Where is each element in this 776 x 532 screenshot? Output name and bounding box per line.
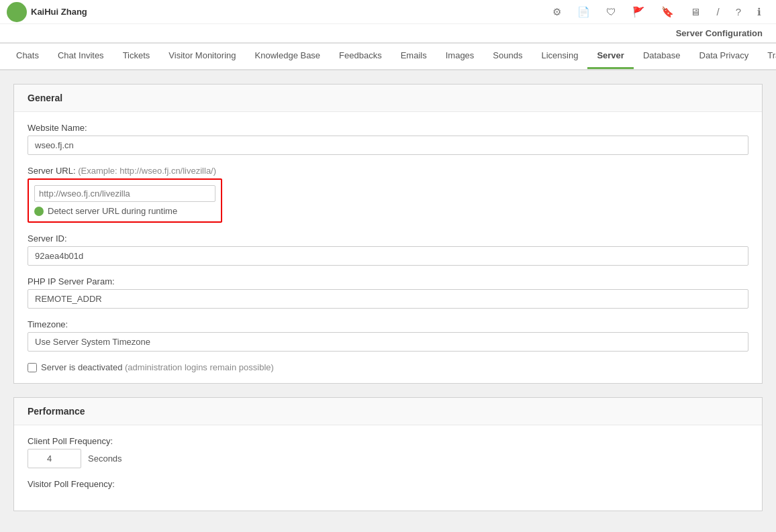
client-poll-row: Seconds — [28, 449, 748, 468]
server-id-label: Server ID: — [28, 233, 748, 244]
server-url-group: Server URL: (Example: http://wseo.fj.cn/… — [28, 166, 748, 223]
server-id-group: Server ID: — [28, 233, 748, 266]
tag-icon[interactable]: / — [715, 5, 720, 19]
server-url-box: Detect server URL during runtime — [28, 178, 222, 223]
website-name-label: Website Name: — [28, 123, 748, 133]
tab-knowledge-base[interactable]: Knowledge Base — [246, 44, 330, 69]
website-name-input[interactable] — [28, 136, 748, 155]
shield-icon[interactable]: 🛡 — [605, 5, 618, 19]
client-poll-label: Client Poll Frequency: — [28, 436, 748, 446]
nav-tabs: Chats Chat Invites Tickets Visitor Monit… — [0, 44, 776, 70]
user-name: KaiHui Zhang — [31, 7, 87, 17]
server-id-input[interactable] — [28, 246, 748, 266]
tab-visitor-monitoring[interactable]: Visitor Monitoring — [159, 44, 245, 69]
server-url-example: (Example: http://wseo.fj.cn/livezilla/) — [78, 166, 216, 176]
tab-feedbacks[interactable]: Feedbacks — [330, 44, 391, 69]
timezone-group: Timezone: — [28, 319, 748, 352]
general-section: General Website Name: Server URL: (Examp… — [13, 84, 763, 384]
tab-licensing[interactable]: Licensing — [532, 44, 587, 69]
php-ip-input[interactable] — [28, 289, 748, 309]
client-poll-input[interactable] — [28, 449, 81, 468]
tab-translations[interactable]: Translations — [758, 44, 776, 69]
client-poll-group: Client Poll Frequency: Seconds — [28, 436, 748, 468]
detect-row: Detect server URL during runtime — [34, 206, 215, 216]
deactivated-label: Server is deactivated (administration lo… — [41, 362, 274, 372]
tab-data-privacy[interactable]: Data Privacy — [690, 44, 759, 69]
website-name-group: Website Name: — [28, 123, 748, 155]
tab-chats[interactable]: Chats — [7, 44, 48, 69]
client-poll-unit: Seconds — [88, 454, 122, 464]
performance-section-title: Performance — [14, 398, 762, 425]
deactivated-row: Server is deactivated (administration lo… — [28, 362, 748, 372]
timezone-input[interactable] — [28, 332, 748, 352]
gear-icon[interactable]: ⚙ — [551, 5, 563, 19]
general-section-title: General — [14, 85, 762, 112]
tab-database[interactable]: Database — [634, 44, 690, 69]
tab-tickets[interactable]: Tickets — [113, 44, 160, 69]
bookmark-icon[interactable]: 🔖 — [660, 5, 675, 19]
help-icon[interactable]: ? — [734, 5, 742, 19]
tab-chat-invites[interactable]: Chat Invites — [48, 44, 113, 69]
php-ip-group: PHP IP Server Param: — [28, 276, 748, 309]
tab-sounds[interactable]: Sounds — [483, 44, 532, 69]
php-ip-label: PHP IP Server Param: — [28, 276, 748, 286]
server-config-title: Server Configuration — [676, 28, 763, 38]
detect-label: Detect server URL during runtime — [48, 206, 177, 216]
deactivated-checkbox[interactable] — [28, 363, 37, 372]
avatar — [7, 2, 27, 22]
page-icon[interactable]: 📄 — [576, 5, 591, 19]
server-url-input[interactable] — [34, 185, 215, 202]
server-url-label: Server URL: (Example: http://wseo.fj.cn/… — [28, 166, 748, 176]
flag-icon[interactable]: 🚩 — [631, 5, 646, 19]
detect-status-dot — [34, 207, 44, 216]
info-icon[interactable]: ℹ — [756, 5, 763, 19]
tab-server[interactable]: Server — [587, 44, 633, 69]
visitor-poll-label: Visitor Poll Frequency: — [28, 479, 748, 489]
tab-images[interactable]: Images — [436, 44, 484, 69]
tab-emails[interactable]: Emails — [391, 44, 436, 69]
visitor-poll-group: Visitor Poll Frequency: — [28, 479, 748, 489]
timezone-label: Timezone: — [28, 319, 748, 329]
performance-section: Performance Client Poll Frequency: Secon… — [13, 397, 763, 511]
monitor-icon[interactable]: 🖥 — [689, 5, 701, 19]
